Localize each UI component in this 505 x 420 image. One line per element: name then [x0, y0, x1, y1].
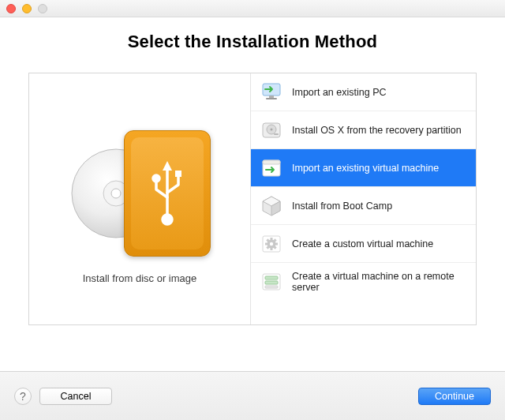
svg-rect-7 [175, 171, 181, 177]
option-create-custom-vm[interactable]: Create a custom virtual machine [251, 225, 476, 263]
install-from-disc-option[interactable]: Install from disc or image [29, 73, 251, 324]
vm-import-icon [259, 156, 284, 181]
svg-point-26 [270, 242, 273, 245]
option-label: Install from Boot Camp [292, 201, 392, 212]
svg-rect-28 [265, 276, 278, 279]
svg-point-6 [153, 175, 159, 182]
option-label: Import an existing virtual machine [292, 163, 439, 174]
boot-camp-icon [259, 193, 284, 219]
svg-rect-9 [269, 96, 274, 98]
hard-drive-icon [259, 118, 284, 143]
option-install-boot-camp[interactable]: Install from Boot Camp [251, 187, 476, 225]
minimize-window-button[interactable] [22, 4, 32, 13]
option-label: Create a virtual machine on a remote ser… [292, 271, 468, 293]
option-label: Import an existing PC [292, 87, 387, 98]
close-window-button[interactable] [6, 4, 16, 13]
option-label: Install OS X from the recovery partition [292, 125, 462, 136]
gear-icon [259, 231, 284, 257]
svg-marker-5 [163, 161, 172, 171]
option-import-existing-vm[interactable]: Import an existing virtual machine [251, 149, 476, 187]
svg-rect-29 [265, 281, 278, 284]
disc-and-usb-illustration [69, 114, 211, 257]
cancel-button[interactable]: Cancel [39, 388, 112, 405]
pc-import-icon [259, 80, 284, 105]
svg-rect-16 [263, 160, 280, 164]
svg-rect-30 [265, 286, 278, 288]
svg-rect-10 [266, 98, 277, 99]
titlebar [0, 0, 505, 17]
option-label: Create a custom virtual machine [292, 238, 433, 249]
usb-drive-icon [124, 130, 211, 257]
options-list: Import an existing PC Install OS X from … [251, 73, 476, 324]
disc-option-label: Install from disc or image [83, 272, 197, 284]
svg-point-2 [111, 189, 121, 198]
option-create-remote-vm[interactable]: Create a virtual machine on a remote ser… [251, 263, 476, 301]
svg-point-4 [163, 215, 172, 224]
server-icon [259, 269, 284, 294]
continue-button[interactable]: Continue [418, 388, 491, 405]
page-title: Select the Installation Method [0, 32, 505, 52]
page-header: Select the Installation Method [0, 17, 505, 73]
zoom-window-button [38, 4, 47, 13]
content-panel: Install from disc or image Import an exi… [28, 73, 477, 325]
footer: ? Cancel Continue [0, 371, 505, 420]
option-install-recovery-partition[interactable]: Install OS X from the recovery partition [251, 111, 476, 149]
option-import-existing-pc[interactable]: Import an existing PC [251, 73, 476, 111]
svg-point-13 [271, 128, 273, 130]
svg-rect-14 [274, 133, 279, 135]
help-button[interactable]: ? [14, 388, 32, 405]
